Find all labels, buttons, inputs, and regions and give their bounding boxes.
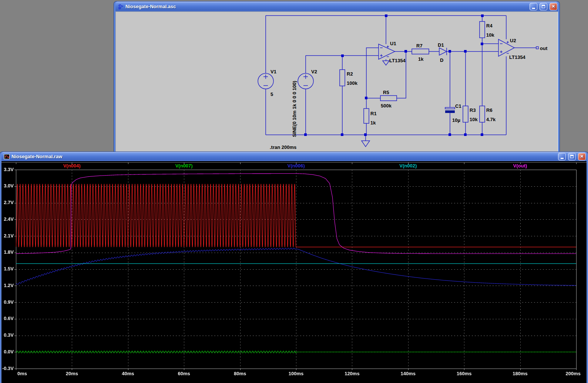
component-u1[interactable]: U1 LT1354 bbox=[379, 41, 406, 65]
desktop: { "schematic_window": { "title": "Nioseg… bbox=[0, 0, 588, 383]
c1-ref: C1 bbox=[455, 103, 461, 109]
maximize-button[interactable] bbox=[568, 153, 576, 160]
schematic-window: Niosegate-Normal.asc ✕ bbox=[114, 1, 560, 164]
u2-value: LT1354 bbox=[509, 54, 526, 60]
minimize-button[interactable] bbox=[558, 153, 566, 160]
schematic-editor-area[interactable]: V1 5 V2 SINE(0 10m 1k 0 0 0 100) R2 100k… bbox=[115, 11, 558, 163]
v2-value: SINE(0 10m 1k 0 0 0 100) bbox=[292, 81, 297, 137]
component-r3[interactable]: R3 10k bbox=[463, 106, 478, 122]
maximize-icon bbox=[542, 5, 545, 8]
maximize-button[interactable] bbox=[540, 3, 547, 10]
u2-ref: U2 bbox=[510, 38, 516, 43]
c1-value: 10µ bbox=[452, 117, 460, 123]
waveform-pane: V(n004)V(n007)V(n006)V(n002)V(out) bbox=[1, 161, 587, 383]
component-r4[interactable]: R4 10k bbox=[480, 21, 494, 38]
r5-value: 500k bbox=[381, 103, 392, 109]
minimize-icon bbox=[532, 8, 535, 9]
component-v1[interactable]: V1 5 bbox=[258, 69, 276, 97]
component-r7[interactable]: R7 1k bbox=[412, 43, 429, 62]
waveform-window-title: Niosegate-Normal.raw bbox=[11, 154, 556, 159]
component-r1[interactable]: R1 1k bbox=[364, 109, 377, 126]
waveform-file-icon bbox=[3, 153, 10, 160]
r7-ref: R7 bbox=[416, 43, 423, 49]
r2-ref: R2 bbox=[347, 71, 353, 77]
component-r6[interactable]: R6 4.7k bbox=[480, 106, 496, 122]
schematic-drawing: V1 5 V2 SINE(0 10m 1k 0 0 0 100) R2 100k… bbox=[115, 11, 558, 154]
r3-ref: R3 bbox=[470, 107, 476, 113]
r1-ref: R1 bbox=[370, 111, 377, 116]
close-button[interactable]: ✕ bbox=[550, 3, 557, 10]
ground-icon bbox=[362, 141, 370, 147]
waveform-window-titlebar[interactable]: Niosegate-Normal.raw ✕ bbox=[1, 152, 587, 161]
close-icon: ✕ bbox=[552, 4, 555, 9]
v1-value: 5 bbox=[271, 91, 273, 97]
r7-value: 1k bbox=[418, 56, 424, 62]
schematic-window-frame: Niosegate-Normal.asc ✕ bbox=[114, 1, 560, 164]
r6-value: 4.7k bbox=[486, 117, 496, 122]
legend-item[interactable]: V(out) bbox=[513, 163, 527, 169]
ltspice-schematic-icon bbox=[117, 3, 124, 10]
u1-ground-icon bbox=[383, 61, 389, 65]
waveform-window-frame: Niosegate-Normal.raw ✕ V(n004)V(n007)V(n… bbox=[0, 152, 588, 383]
wires bbox=[266, 16, 536, 141]
r2-value: 100k bbox=[347, 80, 358, 86]
minimize-icon bbox=[561, 158, 564, 159]
component-v2[interactable]: V2 SINE(0 10m 1k 0 0 0 100) bbox=[292, 69, 317, 137]
legend-item[interactable]: V(n006) bbox=[288, 163, 305, 169]
d1-ref: D1 bbox=[438, 42, 444, 48]
legend-item[interactable]: V(n004) bbox=[63, 163, 81, 169]
legend-item[interactable]: V(n002) bbox=[399, 163, 417, 169]
maximize-icon bbox=[570, 155, 574, 158]
minimize-button[interactable] bbox=[530, 3, 537, 10]
r3-value: 10k bbox=[470, 117, 478, 122]
r1-value: 1k bbox=[370, 120, 376, 126]
spice-directive[interactable]: .tran 200ms bbox=[270, 144, 296, 150]
close-button[interactable]: ✕ bbox=[578, 153, 586, 160]
component-r2[interactable]: R2 100k bbox=[340, 70, 358, 86]
component-r5[interactable]: R5 500k bbox=[380, 90, 397, 109]
d1-value: D bbox=[440, 57, 443, 63]
r4-value: 10k bbox=[486, 32, 494, 38]
r5-ref: R5 bbox=[383, 90, 389, 95]
out-net-label[interactable]: out bbox=[540, 46, 548, 51]
component-u2[interactable]: U2 LT1354 bbox=[498, 38, 526, 60]
component-c1[interactable]: C1 10µ bbox=[445, 103, 461, 123]
v1-ref: V1 bbox=[271, 69, 276, 74]
v2-ref: V2 bbox=[311, 69, 317, 74]
schematic-window-title: Niosegate-Normal.asc bbox=[125, 4, 527, 9]
component-d1[interactable]: D1 D bbox=[438, 42, 447, 63]
schematic-window-titlebar[interactable]: Niosegate-Normal.asc ✕ bbox=[115, 1, 558, 11]
u1-value: LT1354 bbox=[389, 58, 406, 63]
close-icon: ✕ bbox=[580, 154, 584, 159]
r4-ref: R4 bbox=[486, 23, 493, 29]
waveform-window: Niosegate-Normal.raw ✕ V(n004)V(n007)V(n… bbox=[0, 152, 588, 383]
u1-ref: U1 bbox=[390, 41, 396, 46]
legend-item[interactable]: V(n007) bbox=[175, 163, 193, 169]
r6-ref: R6 bbox=[486, 107, 493, 113]
out-port-marker bbox=[536, 47, 538, 49]
waveform-legend: V(n004)V(n007)V(n006)V(n002)V(out) bbox=[1, 161, 587, 383]
